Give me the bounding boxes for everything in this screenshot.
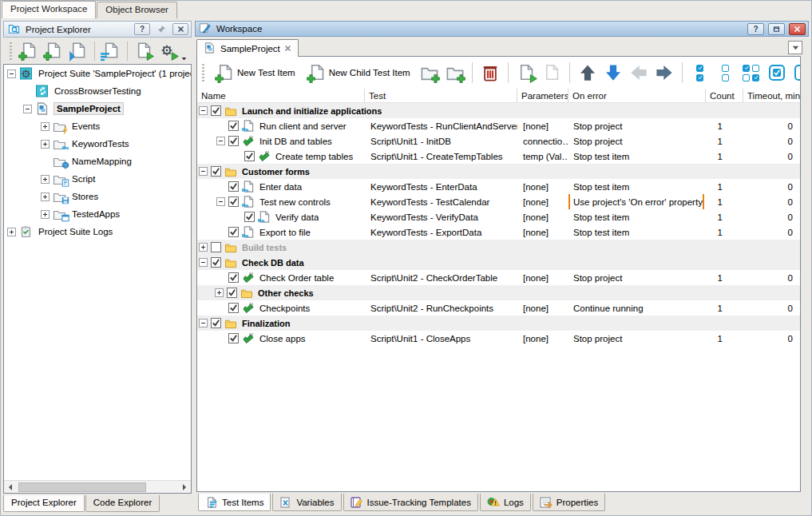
column-timeout[interactable]: Timeout, min — [743, 89, 800, 102]
tab-issue-tracking-templates[interactable]: Issue-Tracking Templates — [343, 494, 478, 511]
column-on-error[interactable]: On error — [568, 89, 706, 102]
tab-close-icon[interactable] — [284, 45, 291, 52]
restore-icon[interactable] — [768, 23, 785, 35]
tab-project-workspace[interactable]: Project Workspace — [2, 1, 96, 18]
expand-icon[interactable] — [7, 228, 16, 236]
run-project-suite-button[interactable] — [133, 41, 154, 62]
add-project-suite-button[interactable] — [18, 41, 39, 62]
table-row[interactable]: Checkpoints Script\Unit2 - RunCheckpoint… — [197, 300, 800, 316]
tree-item-crossbrowsertesting[interactable]: CrossBrowserTesting — [4, 82, 191, 100]
table-row[interactable]: Test new controls KeywordTests - TestCal… — [197, 194, 800, 209]
table-row-group[interactable]: Customer forms — [197, 164, 800, 179]
move-up-button[interactable] — [577, 62, 598, 83]
tree-item-testedapps[interactable]: TestedApps — [4, 205, 191, 223]
check-all-button[interactable] — [690, 62, 711, 83]
tab-variables[interactable]: Variables — [272, 494, 341, 511]
tree-item-keywordtests[interactable]: KeywordTests — [4, 135, 191, 153]
table-row-group[interactable]: Finalization — [197, 316, 800, 331]
column-test[interactable]: Test — [365, 89, 517, 102]
row-checkbox[interactable] — [211, 105, 221, 116]
row-checkbox[interactable] — [211, 257, 221, 268]
collapse-icon[interactable] — [7, 69, 16, 78]
row-checkbox[interactable] — [228, 136, 239, 146]
table-row-group[interactable]: Other checks — [197, 285, 800, 300]
move-right-button[interactable] — [654, 62, 675, 83]
scrollbar-thumb[interactable] — [18, 482, 146, 492]
row-checkbox[interactable] — [211, 242, 221, 252]
row-checkbox[interactable] — [244, 212, 255, 222]
collapse-icon[interactable] — [216, 137, 225, 145]
collapse-icon[interactable] — [199, 258, 208, 267]
expand-icon[interactable] — [215, 288, 224, 297]
tree-item-project-suite-logs[interactable]: Project Suite Logs — [4, 223, 191, 240]
close-icon[interactable] — [789, 23, 806, 35]
row-checkbox[interactable] — [244, 151, 255, 161]
open-project-button[interactable] — [68, 41, 89, 62]
scroll-left-icon[interactable] — [4, 481, 17, 494]
tree-item-events[interactable]: Events — [4, 117, 191, 135]
close-icon[interactable] — [172, 23, 188, 35]
run-dropdown-icon[interactable] — [181, 56, 187, 62]
tab-properties[interactable]: Properties — [533, 494, 605, 511]
expand-icon[interactable] — [41, 140, 50, 149]
table-row[interactable]: Run client and server KeywordTests - Run… — [197, 118, 800, 133]
tab-logs[interactable]: Logs — [480, 494, 531, 511]
row-checkbox[interactable] — [228, 303, 239, 313]
table-row[interactable]: Enter data KeywordTests - EnterData [non… — [197, 179, 800, 194]
collapse-icon[interactable] — [199, 106, 208, 115]
scroll-right-icon[interactable] — [178, 481, 191, 494]
row-checkbox[interactable] — [211, 318, 221, 328]
row-checkbox[interactable] — [211, 166, 221, 177]
help-icon[interactable]: ? — [134, 23, 150, 35]
collapse-icon[interactable] — [216, 197, 225, 206]
uncheck-all-button[interactable] — [715, 62, 736, 83]
expand-icon[interactable] — [41, 193, 50, 201]
column-parameters[interactable]: Parameters — [517, 89, 568, 102]
row-checkbox[interactable] — [228, 333, 239, 343]
delete-button[interactable] — [480, 62, 501, 83]
expand-icon[interactable] — [41, 175, 50, 184]
tab-sampleproject[interactable]: SampleProject — [196, 39, 299, 57]
new-test-item-button[interactable]: New Test Item — [212, 61, 299, 85]
tree-item-suite[interactable]: Project Suite 'SampleProject' (1 project… — [4, 65, 191, 82]
table-row[interactable]: Create temp tables Script\Unit1 - Create… — [197, 149, 800, 164]
collapse-icon[interactable] — [23, 105, 32, 113]
expand-icon[interactable] — [41, 210, 50, 219]
horizontal-scrollbar[interactable] — [4, 480, 191, 493]
enable-item-button[interactable] — [766, 62, 787, 83]
table-row-group[interactable]: Check DB data — [197, 255, 800, 270]
table-row-group[interactable]: Launch and initialize applications — [197, 103, 800, 118]
tree-item-sampleproject[interactable]: SampleProject — [4, 100, 191, 117]
column-name[interactable]: Name — [197, 89, 365, 102]
new-child-group-button[interactable] — [444, 62, 465, 83]
move-down-button[interactable] — [603, 62, 624, 83]
collapse-icon[interactable] — [199, 167, 208, 176]
tree-item-script[interactable]: Script — [4, 170, 191, 188]
pin-icon[interactable] — [153, 23, 169, 35]
toolbar-grip[interactable] — [10, 42, 12, 60]
table-row-group[interactable]: Build tests — [197, 240, 800, 255]
tab-object-browser[interactable]: Object Browser — [97, 2, 177, 18]
help-icon[interactable]: ? — [747, 23, 764, 35]
table-row[interactable]: Export to file KeywordTests - ExportData… — [197, 224, 800, 240]
disable-item-button[interactable] — [792, 62, 801, 83]
expand-icon[interactable] — [199, 243, 208, 252]
row-checkbox[interactable] — [228, 121, 239, 131]
run-selected-button[interactable] — [516, 62, 537, 83]
organize-items-button[interactable] — [101, 41, 121, 62]
table-row[interactable]: Verify data KeywordTests - VerifyData [n… — [197, 209, 800, 224]
row-checkbox[interactable] — [227, 288, 237, 298]
new-group-button[interactable] — [418, 62, 439, 83]
invert-checks-button[interactable] — [741, 62, 762, 83]
tree-item-stores[interactable]: Stores — [4, 188, 191, 205]
run-project-button[interactable] — [158, 41, 179, 62]
tab-project-explorer[interactable]: Project Explorer — [3, 495, 85, 512]
row-checkbox[interactable] — [228, 196, 239, 207]
collapse-icon[interactable] — [199, 319, 208, 327]
row-checkbox[interactable] — [228, 272, 239, 283]
table-row[interactable]: Check Order table Script\Unit2 - CheckOr… — [197, 270, 800, 285]
new-child-test-item-button[interactable]: New Child Test Item — [303, 61, 414, 85]
tab-list-dropdown-icon[interactable] — [788, 41, 802, 54]
table-row[interactable]: Init DB and tables Script\Unit1 - InitDB… — [197, 133, 800, 149]
add-project-button[interactable] — [43, 41, 64, 62]
